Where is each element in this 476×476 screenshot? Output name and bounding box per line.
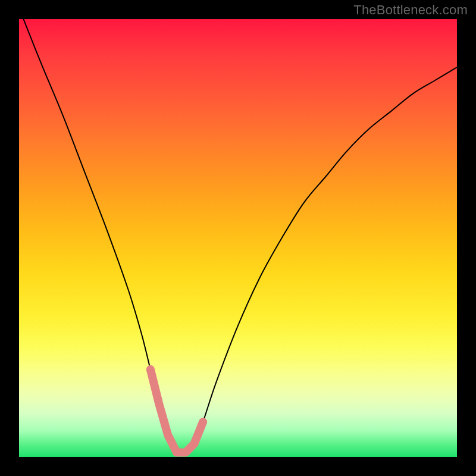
optimal-range-marker (151, 369, 203, 453)
bottleneck-curve (23, 19, 457, 454)
chart-svg (19, 19, 457, 457)
attribution-text: TheBottleneck.com (353, 2, 468, 18)
chart-plot-area (19, 19, 457, 457)
